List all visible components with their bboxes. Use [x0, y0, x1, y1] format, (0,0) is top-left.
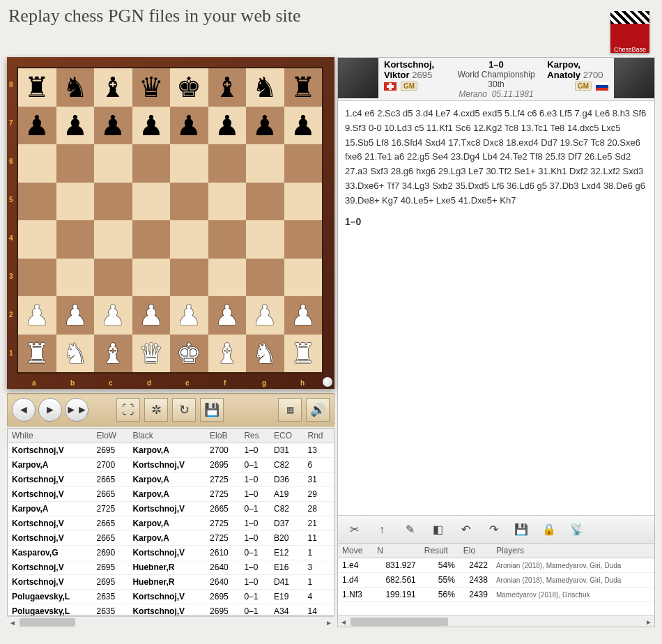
- white-king-icon[interactable]: ♚: [176, 339, 201, 367]
- black-pawn-icon[interactable]: ♟: [24, 112, 49, 139]
- column-header[interactable]: ECO: [270, 429, 304, 443]
- square-a6[interactable]: [18, 144, 56, 183]
- white-pawn-icon[interactable]: ♟: [139, 301, 164, 329]
- black-pawn-icon[interactable]: ♟: [215, 112, 240, 139]
- prev-move-button[interactable]: ◄: [12, 398, 36, 422]
- square-h5[interactable]: [284, 183, 323, 221]
- white-pawn-icon[interactable]: ♟: [24, 301, 49, 329]
- square-c2[interactable]: ♟: [94, 296, 132, 335]
- black-bishop-icon[interactable]: ♝: [215, 73, 240, 101]
- square-d6[interactable]: [132, 144, 171, 183]
- white-rook-icon[interactable]: ♜: [24, 339, 49, 367]
- eraser-icon[interactable]: ◧: [430, 522, 445, 537]
- square-h6[interactable]: [284, 144, 323, 183]
- column-header[interactable]: Result: [420, 544, 459, 558]
- square-f7[interactable]: ♟: [208, 107, 247, 145]
- engine-icon[interactable]: ✲: [144, 398, 168, 422]
- square-f6[interactable]: [208, 144, 247, 183]
- games-table[interactable]: WhiteEloWBlackEloBResECORnd Kortschnoj,V…: [7, 428, 334, 616]
- square-f1[interactable]: ♝: [208, 335, 247, 373]
- table-row[interactable]: Kortschnoj,V2695Huebner,R26401–0E163: [8, 560, 334, 575]
- white-pawn-icon[interactable]: ♟: [63, 301, 88, 329]
- black-pawn-icon[interactable]: ♟: [100, 112, 125, 139]
- pencil-icon[interactable]: ✎: [402, 522, 417, 537]
- square-c3[interactable]: [94, 259, 132, 297]
- black-pawn-icon[interactable]: ♟: [139, 112, 164, 139]
- white-pawn-icon[interactable]: ♟: [176, 301, 201, 329]
- resize-handle[interactable]: [323, 377, 332, 387]
- table-row[interactable]: Polugaevsky,L2635Kortschnoj,V26950–1A341…: [8, 604, 334, 617]
- square-b8[interactable]: ♞: [56, 68, 95, 107]
- chess-board[interactable]: ♜♞♝♛♚♝♞♜♟♟♟♟♟♟♟♟♟♟♟♟♟♟♟♟♜♞♝♛♚♝♞♜ 8765432…: [7, 57, 334, 389]
- column-header[interactable]: Move: [338, 544, 373, 558]
- lock-icon[interactable]: 🔒: [541, 522, 557, 537]
- square-b4[interactable]: [56, 220, 95, 259]
- square-e5[interactable]: [170, 183, 208, 221]
- table-row[interactable]: Kortschnoj,V2665Karpov,A27251–0A1929: [8, 487, 334, 502]
- square-f8[interactable]: ♝: [208, 68, 247, 107]
- square-d4[interactable]: [132, 220, 171, 259]
- square-g5[interactable]: [246, 183, 284, 221]
- fullboard-icon[interactable]: ⛶: [116, 398, 140, 422]
- sound-icon[interactable]: 🔊: [306, 398, 330, 422]
- white-bishop-icon[interactable]: ♝: [100, 339, 125, 367]
- square-h2[interactable]: ♟: [284, 296, 323, 335]
- square-b5[interactable]: [56, 183, 95, 221]
- next-move-button[interactable]: ►: [38, 398, 62, 422]
- column-header[interactable]: N: [373, 544, 419, 558]
- column-header[interactable]: EloB: [206, 429, 240, 443]
- square-e7[interactable]: ♟: [170, 107, 208, 145]
- square-f4[interactable]: [208, 220, 247, 259]
- square-h7[interactable]: ♟: [284, 107, 323, 145]
- square-d7[interactable]: ♟: [132, 107, 171, 145]
- square-c7[interactable]: ♟: [94, 107, 132, 145]
- table-row[interactable]: 1.d4682.56155%2438Aronian (2018), Mamedy…: [338, 573, 654, 588]
- broadcast-icon[interactable]: 📡: [569, 522, 585, 537]
- redo-icon[interactable]: ↷: [486, 522, 501, 537]
- black-pawn-icon[interactable]: ♟: [252, 112, 277, 139]
- column-header[interactable]: White: [8, 429, 92, 443]
- square-c6[interactable]: [94, 144, 132, 183]
- horizontal-scrollbar[interactable]: ◄ ►: [7, 616, 334, 627]
- square-d2[interactable]: ♟: [132, 296, 171, 335]
- square-h4[interactable]: [284, 220, 323, 259]
- white-rook-icon[interactable]: ♜: [291, 339, 316, 367]
- table-row[interactable]: Kortschnoj,V2695Huebner,R26401–0D411: [8, 575, 334, 590]
- cut-icon[interactable]: ✂: [346, 522, 362, 537]
- black-queen-icon[interactable]: ♛: [139, 73, 164, 101]
- table-row[interactable]: Kasparov,G2690Kortschnoj,V26100–1E121: [8, 546, 334, 560]
- square-g3[interactable]: [246, 259, 284, 297]
- black-rook-icon[interactable]: ♜: [291, 73, 316, 101]
- square-e4[interactable]: [170, 220, 208, 259]
- white-queen-icon[interactable]: ♛: [139, 339, 164, 367]
- square-c1[interactable]: ♝: [94, 335, 132, 373]
- table-row[interactable]: 1.Nf3199.19156%2439Mamedyarov (2018), Gr…: [338, 588, 654, 602]
- square-c5[interactable]: [94, 183, 132, 221]
- square-b2[interactable]: ♟: [56, 296, 95, 335]
- square-b7[interactable]: ♟: [56, 107, 95, 145]
- square-e8[interactable]: ♚: [170, 68, 208, 107]
- column-header[interactable]: Players: [492, 544, 654, 558]
- white-pawn-icon[interactable]: ♟: [100, 301, 125, 329]
- table-row[interactable]: Kortschnoj,V2665Karpov,A27251–0B2011: [8, 531, 334, 546]
- square-f5[interactable]: [208, 183, 247, 221]
- black-knight-icon[interactable]: ♞: [63, 73, 88, 101]
- square-a2[interactable]: ♟: [18, 296, 56, 335]
- up-arrow-icon[interactable]: ↑: [374, 522, 390, 537]
- table-row[interactable]: Karpov,A2700Kortschnoj,V26950–1C826: [8, 458, 334, 473]
- square-c4[interactable]: [94, 220, 132, 259]
- square-g1[interactable]: ♞: [246, 335, 284, 373]
- table-row[interactable]: Polugaevsky,L2635Kortschnoj,V26950–1E194: [8, 590, 334, 604]
- white-knight-icon[interactable]: ♞: [63, 339, 88, 367]
- black-rook-icon[interactable]: ♜: [24, 73, 49, 101]
- square-c8[interactable]: ♝: [94, 68, 132, 107]
- square-a5[interactable]: [18, 183, 56, 221]
- black-knight-icon[interactable]: ♞: [252, 73, 277, 101]
- square-f3[interactable]: [208, 259, 247, 297]
- table-row[interactable]: Kortschnoj,V2665Karpov,A27251–0D3721: [8, 516, 334, 531]
- white-pawn-icon[interactable]: ♟: [215, 301, 240, 329]
- white-pawn-icon[interactable]: ♟: [291, 301, 316, 329]
- table-row[interactable]: 1.e4831.92754%2422Aronian (2018), Mamedy…: [338, 558, 654, 573]
- horizontal-scrollbar[interactable]: ◄ ►: [338, 615, 654, 627]
- column-header[interactable]: Res: [240, 429, 270, 443]
